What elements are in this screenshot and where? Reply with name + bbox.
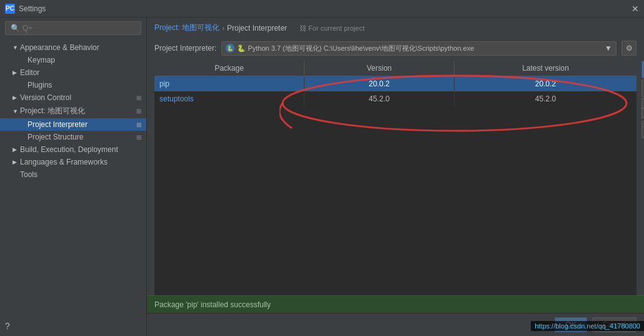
app-icon: PC (5, 4, 15, 14)
gear-button[interactable]: ⚙ (621, 41, 636, 56)
scroll-down-button[interactable]: ▼ (641, 108, 644, 118)
sidebar-item-label: Keymap (28, 56, 55, 64)
close-button[interactable]: ✕ (631, 4, 639, 14)
sidebar-item-appearance-behavior[interactable]: ▼ Appearance & Behavior (0, 41, 146, 54)
expand-arrow: ▶ (13, 69, 20, 76)
side-buttons: + − (641, 61, 644, 97)
package-table-area: + − ▲ ▼ 👁 Package Version Lates (154, 61, 636, 295)
dropdown-arrow: ▼ (605, 44, 612, 53)
expand-arrow: ▼ (13, 44, 20, 51)
col-header-latest: Latest version (455, 61, 636, 76)
python-icon: 🐍 (226, 44, 234, 53)
interpreter-label: Project Interpreter: (154, 44, 216, 53)
sidebar-item-version-control[interactable]: ▶ Version Control ⊞ (0, 91, 146, 104)
table-row[interactable]: setuptools 45.2.0 45.2.0 (154, 91, 636, 106)
sidebar-item-label: Plugins (28, 81, 52, 89)
title-bar: PC Settings ✕ (0, 0, 644, 18)
package-latest: 20.0.2 (455, 76, 636, 91)
watermark: https://blog.csdn.net/qq_41780800 (531, 321, 644, 331)
project-icon: ⊞ (136, 108, 141, 115)
status-message: Package 'pip' installed successfully (154, 300, 271, 309)
remove-package-button[interactable]: − (641, 79, 644, 97)
expand-arrow: ▶ (13, 146, 20, 153)
sidebar-item-label: Tools (20, 170, 38, 179)
vcs-icon: ⊞ (136, 94, 141, 101)
breadcrumb: Project: 地图可视化 › Project Interpreter ⛓ F… (147, 18, 644, 38)
sidebar-item-editor[interactable]: ▶ Editor (0, 66, 146, 79)
add-package-button[interactable]: + (641, 61, 644, 78)
interpreter-value: 🐍 🐍 Python 3.7 (地图可视化) C:\Users\lihe\ven… (226, 44, 474, 53)
sidebar-item-label: Editor (20, 68, 39, 77)
col-header-package: Package (154, 61, 304, 76)
scroll-up-button[interactable]: ▲ (641, 98, 644, 108)
breadcrumb-parent[interactable]: Project: 地图可视化 (154, 23, 219, 33)
sidebar-item-keymap[interactable]: Keymap (0, 54, 146, 66)
package-name: setuptools (154, 91, 304, 106)
bottom-bar: https://blog.csdn.net/qq_41780800 OK Can… (147, 313, 644, 336)
package-latest: 45.2.0 (455, 91, 636, 106)
struct-icon: ⊞ (136, 134, 141, 141)
table-row[interactable]: pip 20.0.2 20.0.2 (154, 76, 636, 91)
sidebar-item-tools[interactable]: Tools (0, 168, 146, 181)
eye-button[interactable]: 👁 (641, 121, 644, 138)
window-title: Settings (19, 4, 46, 13)
sidebar-item-languages[interactable]: ▶ Languages & Frameworks (0, 156, 146, 168)
interpreter-row: Project Interpreter: 🐍 🐍 Python 3.7 (地图可… (147, 38, 644, 61)
sidebar-item-label: Appearance & Behavior (20, 43, 99, 52)
gear-icon: ⚙ (626, 44, 633, 53)
expand-arrow: ▼ (13, 108, 20, 115)
sidebar-item-label: Version Control (20, 93, 71, 102)
content-area: Project: 地图可视化 › Project Interpreter ⛓ F… (147, 18, 644, 336)
package-name: pip (154, 76, 304, 91)
breadcrumb-separator: › (222, 24, 224, 33)
interpreter-select[interactable]: 🐍 🐍 Python 3.7 (地图可视化) C:\Users\lihe\ven… (221, 41, 616, 56)
status-bar: Package 'pip' installed successfully (147, 295, 644, 313)
search-icon: 🔍 (11, 24, 20, 33)
search-input[interactable] (23, 24, 136, 33)
expand-arrow: ▶ (13, 94, 20, 101)
col-header-version: Version (304, 61, 455, 76)
sidebar-item-label: Project Interpreter (28, 120, 88, 129)
breadcrumb-extra: ⛓ For current project (299, 24, 365, 32)
sidebar-item-project-interpreter[interactable]: Project Interpreter ⊞ (0, 118, 146, 131)
sidebar-item-label: Project Structure (28, 133, 83, 141)
breadcrumb-current: Project Interpreter (227, 24, 287, 33)
sidebar-item-project[interactable]: ▼ Project: 地图可视化 ⊞ (0, 104, 146, 118)
interp-icon: ⊞ (136, 121, 141, 128)
table-body: pip 20.0.2 20.0.2 setuptools 45.2.0 45.2… (154, 76, 636, 295)
sidebar: 🔍 ▼ Appearance & Behavior Keymap ▶ Edito… (0, 18, 147, 336)
sidebar-item-label: Languages & Frameworks (20, 158, 108, 166)
package-version: 20.0.2 (304, 76, 455, 91)
sidebar-item-project-structure[interactable]: Project Structure ⊞ (0, 131, 146, 143)
sidebar-item-plugins[interactable]: Plugins (0, 79, 146, 91)
sidebar-tree: ▼ Appearance & Behavior Keymap ▶ Editor … (0, 39, 146, 336)
package-version: 45.2.0 (304, 91, 455, 106)
sidebar-item-label: Project: 地图可视化 (20, 106, 85, 116)
sidebar-item-build-exec[interactable]: ▶ Build, Execution, Deployment (0, 143, 146, 156)
link-icon: ⛓ (299, 24, 306, 32)
search-box[interactable]: 🔍 (5, 21, 141, 35)
sidebar-item-label: Build, Execution, Deployment (20, 145, 118, 154)
expand-arrow: ▶ (13, 159, 20, 165)
scroll-buttons: ▲ ▼ (641, 98, 644, 118)
table-header: Package Version Latest version (154, 61, 636, 76)
help-button[interactable]: ? (5, 321, 10, 331)
